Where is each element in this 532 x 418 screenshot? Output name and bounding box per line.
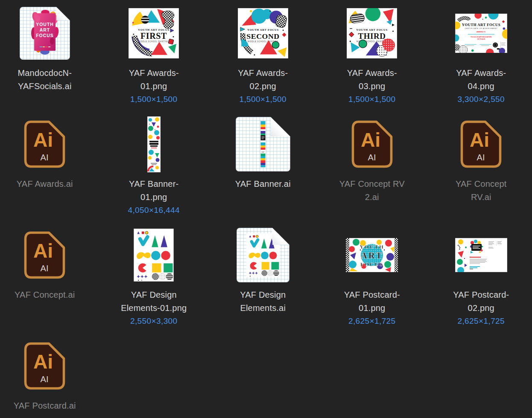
image-dimensions-label: 2,625×1,725	[348, 315, 396, 328]
ai-file-icon: Ai AI	[24, 231, 65, 279]
file-item[interactable]: Ai AI YAF Concept.ai	[0, 222, 99, 333]
svg-text:Ai: Ai	[33, 129, 53, 151]
file-name-label: YAF Awards-01.png	[118, 67, 189, 93]
svg-text:AI: AI	[41, 264, 49, 273]
image-dimensions-label: 1,500×1,500	[130, 93, 178, 106]
folded-corner	[272, 228, 289, 245]
file-name-label: YAF Design Elements.ai	[228, 288, 298, 315]
svg-text:AWARDED TO:: AWARDED TO:	[476, 31, 486, 33]
file-thumbnail[interactable]	[147, 111, 161, 177]
finder-icon-grid: YOUTH ART FOCUS MandocdocN-YAFSocials.ai	[0, 0, 532, 418]
file-item[interactable]: YOUTH ART FOCUS CERTIFICATE OF ACHIEVEME…	[427, 0, 532, 111]
svg-text:AI: AI	[368, 153, 376, 162]
file-thumbnail[interactable]: Ai AI	[24, 333, 65, 399]
file-item[interactable]: YOUTH ART FOCUS YAF Postcard-01.png 2,62…	[318, 222, 427, 333]
svg-text:CERTIFICATE OF ACHIEVEMENT: CERTIFICATE OF ACHIEVEMENT	[465, 28, 497, 29]
svg-text:FOCUS ON ART EDUCATORS: FOCUS ON ART EDUCATORS	[471, 36, 492, 38]
svg-text:THIRD: THIRD	[358, 32, 386, 41]
image-dimensions-label: 2,625×1,725	[457, 315, 505, 328]
file-item[interactable]: YAF Design Elements-01.png 2,550×3,300	[99, 222, 209, 333]
file-item[interactable]: YOUTH ART FOCUS MandocdocN-YAFSocials.ai	[0, 0, 99, 111]
svg-text:ART: ART	[39, 27, 50, 32]
file-item[interactable]: YOUTH ART FOCUS FIRST MIDDLE SCHOOL PAIN…	[99, 0, 209, 111]
file-name-label: YAF Postcard.ai	[14, 399, 76, 412]
design-elements-art	[133, 229, 174, 282]
svg-text:ART: ART	[361, 250, 383, 261]
award-first-art: YOUTH ART FOCUS FIRST MIDDLE SCHOOL PAIN…	[129, 8, 179, 58]
file-name-label: YAF Banner.ai	[235, 177, 291, 191]
svg-text:AI: AI	[477, 153, 485, 162]
file-name-label: YAF Awards.ai	[17, 177, 73, 191]
file-item[interactable]: YOUTH ART FOCUS SECOND MIDDLE SCHOOL PAI…	[208, 0, 318, 111]
file-item[interactable]: YAF Banner.ai	[208, 111, 318, 222]
file-name-label: MandocdocN-YAFSocials.ai	[9, 67, 80, 93]
ai-file-icon: Ai AI	[460, 120, 502, 168]
image-dimensions-label: 1,500×1,500	[348, 93, 396, 106]
svg-text:SECOND: SECOND	[246, 32, 279, 41]
banner-art	[147, 116, 161, 172]
file-name-label: YAF Postcard-02.png	[446, 288, 517, 315]
file-thumbnail[interactable]: YOUTH ART FOCUS	[346, 222, 398, 288]
svg-text:YOUTH ART FOCUS: YOUTH ART FOCUS	[356, 28, 388, 31]
file-item[interactable]: Ai AI YAF Awards.ai	[0, 111, 99, 222]
file-name-label: YAF Concept RV 2.ai	[336, 177, 407, 204]
file-name-label: YAF Awards-03.png	[336, 67, 407, 93]
svg-text:Ai: Ai	[470, 129, 489, 151]
svg-text:MIDDLE SCHOOL PAINTING: MIDDLE SCHOOL PAINTING	[138, 41, 169, 43]
postcard-back-art	[455, 238, 507, 272]
award-third-art: YOUTH ART FOCUS THIRD MIDDLE SCHOOL PAIN…	[347, 8, 397, 58]
image-dimensions-label: 2,550×3,300	[130, 315, 178, 328]
ai-file-icon: Ai AI	[24, 120, 65, 168]
folded-corner	[271, 117, 290, 136]
image-dimensions-label: 1,500×1,500	[239, 93, 286, 106]
file-item[interactable]: Ai AI YAF Concept RV 2.ai	[318, 111, 427, 222]
svg-text:FOCUS: FOCUS	[360, 261, 383, 267]
file-thumbnail[interactable]: Ai AI	[24, 222, 65, 288]
postcard-front-art: YOUTH ART FOCUS	[346, 238, 398, 272]
file-thumbnail[interactable]	[455, 222, 507, 288]
file-thumbnail[interactable]	[237, 222, 289, 288]
ai-file-icon: Ai AI	[351, 120, 393, 168]
award-second-art: YOUTH ART FOCUS SECOND MIDDLE SCHOOL PAI…	[238, 8, 288, 58]
folded-corner	[56, 7, 70, 20]
ai-file-icon: Ai AI	[24, 342, 65, 390]
file-name-label: YAF Concept RV.ai	[446, 177, 517, 204]
image-dimensions-label: 4,050×16,444	[128, 204, 180, 217]
file-thumbnail[interactable]	[236, 111, 290, 177]
file-name-label: YAF Postcard-01.png	[336, 288, 407, 315]
svg-text:YOUTH ART FOCUS: YOUTH ART FOCUS	[462, 23, 500, 27]
file-thumbnail[interactable]	[133, 222, 174, 288]
file-item[interactable]: YOUTH ART FOCUS THIRD MIDDLE SCHOOL PAIN…	[318, 0, 427, 111]
svg-text:FOCUS: FOCUS	[36, 33, 54, 38]
file-thumbnail[interactable]: YOUTH ART FOCUS CERTIFICATE OF ACHIEVEME…	[455, 0, 507, 67]
image-dimensions-label: 3,300×2,550	[457, 93, 505, 106]
ai-preview-sheet	[237, 228, 289, 282]
file-name-label: YAF Concept.ai	[15, 288, 75, 302]
svg-text:YOUTH: YOUTH	[36, 22, 54, 27]
ai-preview-sheet: YOUTH ART FOCUS	[20, 7, 70, 60]
file-item[interactable]: Ai AI YAF Concept RV.ai	[427, 111, 532, 222]
certificate-art: YOUTH ART FOCUS CERTIFICATE OF ACHIEVEME…	[455, 14, 507, 53]
svg-text:AI: AI	[41, 374, 49, 384]
file-item[interactable]: YAF Design Elements.ai	[208, 222, 318, 333]
file-name-label: YAF Banner-01.png	[118, 177, 189, 204]
file-thumbnail[interactable]: Ai AI	[460, 111, 502, 177]
banner-strip-art	[236, 117, 290, 171]
file-thumbnail[interactable]: YOUTH ART FOCUS THIRD MIDDLE SCHOOL PAIN…	[347, 0, 397, 67]
svg-text:1ST PLACE: 1ST PLACE	[477, 38, 485, 40]
file-thumbnail[interactable]: YOUTH ART FOCUS	[20, 0, 70, 67]
file-thumbnail[interactable]: Ai AI	[351, 111, 393, 177]
file-thumbnail[interactable]: YOUTH ART FOCUS FIRST MIDDLE SCHOOL PAIN…	[129, 0, 179, 67]
file-item[interactable]: YAF Banner-01.png 4,050×16,444	[99, 111, 209, 222]
file-name-label: YAF Awards-02.png	[228, 67, 298, 93]
ai-preview-sheet	[236, 117, 290, 171]
file-item[interactable]: Ai AI YAF Postcard.ai	[0, 333, 99, 418]
svg-text:Ai: Ai	[33, 351, 53, 373]
svg-text:Ai: Ai	[33, 240, 53, 262]
file-item[interactable]: YAF Postcard-02.png 2,625×1,725	[427, 222, 532, 333]
file-name-label: YAF Awards-04.png	[446, 67, 517, 93]
file-thumbnail[interactable]: YOUTH ART FOCUS SECOND MIDDLE SCHOOL PAI…	[238, 0, 288, 67]
svg-text:AI: AI	[41, 153, 49, 162]
file-thumbnail[interactable]: Ai AI	[24, 111, 65, 177]
svg-text:Ai: Ai	[361, 129, 380, 151]
